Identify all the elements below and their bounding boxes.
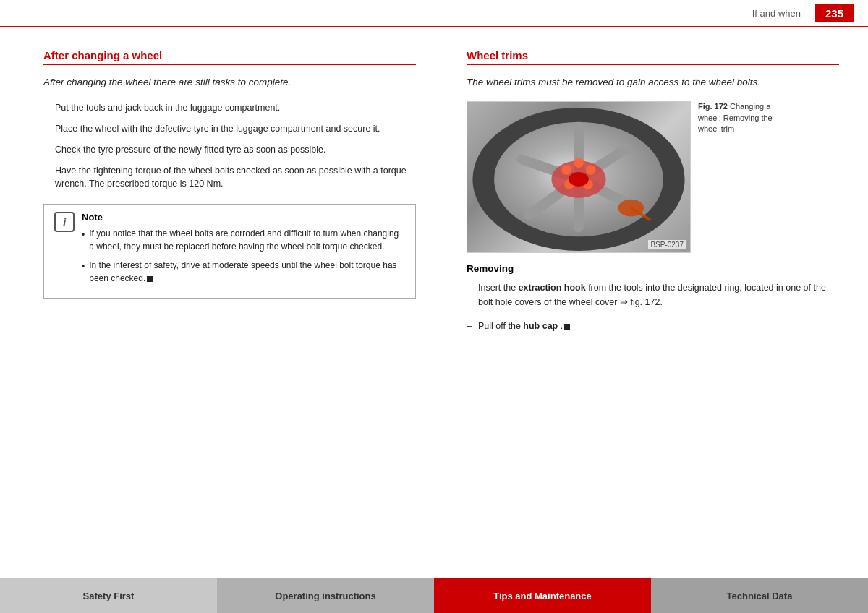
header-title: If and when [752, 8, 801, 19]
main-content: After changing a wheel After changing th… [0, 27, 868, 578]
step-text: Pull off the hub cap . [478, 321, 570, 331]
wheel-image: BSP-0237 [467, 101, 691, 253]
left-section-heading: After changing a wheel [43, 49, 416, 65]
note-bullet-text-1: If you notice that the wheel bolts are c… [89, 227, 405, 253]
step-prefix: Pull off the [478, 321, 523, 331]
footer-technical: Technical Data [651, 578, 868, 613]
note-bullet-1: • If you notice that the wheel bolts are… [82, 227, 405, 253]
list-item: Place the wheel with the defective tyre … [43, 122, 416, 136]
step-bold: extraction hook [519, 283, 586, 293]
right-intro: The wheel trims must be removed to gain … [467, 75, 839, 90]
footer-safety: Safety First [0, 578, 217, 613]
footer-technical-label: Technical Data [727, 591, 793, 601]
end-square [564, 324, 570, 330]
bullet-dot: • [82, 260, 85, 285]
footer-tips-label: Tips and Maintenance [493, 591, 592, 601]
note-bullet-2: • In the interest of safety, drive at mo… [82, 259, 405, 285]
footer-operating: Operating instructions [217, 578, 434, 613]
footer-operating-label: Operating instructions [275, 591, 375, 601]
footer-tips: Tips and Maintenance [434, 578, 651, 613]
steps-list: Put the tools and jack back in the lugga… [43, 101, 416, 191]
svg-point-9 [574, 158, 584, 168]
right-column: Wheel trims The wheel trims must be remo… [459, 49, 839, 564]
left-intro: After changing the wheel there are still… [43, 75, 416, 90]
note-title: Note [82, 212, 405, 223]
note-box: i Note • If you notice that the wheel bo… [43, 204, 416, 299]
right-section-heading: Wheel trims [467, 49, 839, 65]
step-bold: hub cap [523, 321, 558, 331]
list-item: Have the tightening torque of the wheel … [43, 164, 416, 192]
end-square [147, 276, 153, 282]
step-text: Insert the extraction hook from the tool… [478, 283, 826, 306]
step-prefix: Insert the [478, 283, 519, 293]
step-suffix: . [558, 321, 570, 331]
footer: Safety First Operating instructions Tips… [0, 578, 868, 613]
wheel-image-container: BSP-0237 Fig. 172 Changing a wheel: Remo… [467, 101, 839, 253]
footer-safety-label: Safety First [83, 591, 135, 601]
page-header: If and when 235 [0, 0, 868, 27]
wheel-svg [467, 102, 690, 252]
svg-point-14 [569, 172, 589, 187]
note-bullet-text-2: In the interest of safety, drive at mode… [89, 259, 405, 285]
note-content: Note • If you notice that the wheel bolt… [82, 212, 405, 291]
bullet-dot: • [82, 228, 85, 253]
figure-caption: Fig. 172 Changing a wheel: Removing the … [698, 101, 785, 134]
removing-steps: Insert the extraction hook from the tool… [467, 281, 839, 333]
figure-caption-bold: Fig. 172 [698, 102, 728, 111]
removing-heading: Removing [467, 263, 839, 274]
svg-point-10 [586, 165, 596, 175]
left-column: After changing a wheel After changing th… [43, 49, 430, 564]
svg-point-13 [561, 165, 571, 175]
list-item: Insert the extraction hook from the tool… [467, 281, 839, 309]
list-item: Pull off the hub cap . [467, 320, 839, 333]
list-item: Put the tools and jack back in the lugga… [43, 101, 416, 115]
note-icon: i [54, 212, 75, 232]
list-item: Check the tyre pressure of the newly fit… [43, 143, 416, 157]
figure-id: BSP-0237 [648, 240, 686, 249]
page-number: 235 [815, 4, 854, 22]
